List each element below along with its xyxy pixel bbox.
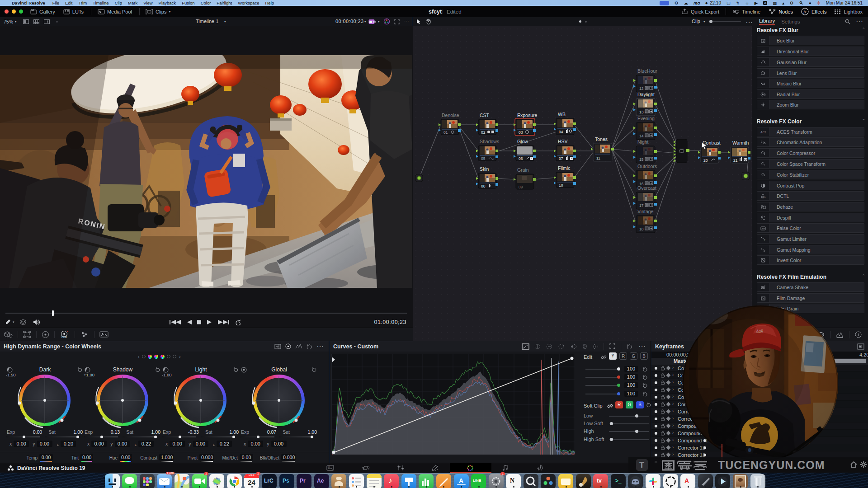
svg-text:21: 21	[733, 158, 738, 163]
svg-text:12: 12	[639, 86, 644, 91]
svg-text:Night: Night	[637, 139, 649, 145]
svg-text:04: 04	[559, 130, 563, 134]
svg-text:5K: 5K	[328, 466, 330, 468]
svg-text:20: 20	[703, 158, 708, 163]
svg-text:Shadows: Shadows	[480, 139, 499, 144]
svg-text:Skin: Skin	[480, 166, 489, 172]
svg-text:14: 14	[639, 134, 644, 138]
svg-text:ACES: ACES	[760, 131, 766, 134]
svg-text:FX: FX	[373, 21, 376, 23]
svg-text:18: 18	[639, 227, 644, 231]
svg-text:Grain: Grain	[517, 167, 529, 173]
svg-text:Tones: Tones	[595, 136, 608, 142]
svg-text:07: 07	[559, 156, 563, 161]
svg-text:Denoise: Denoise	[442, 113, 459, 118]
svg-text:DCTL: DCTL	[762, 196, 766, 198]
svg-text:HDR: HDR	[61, 336, 67, 338]
svg-text:13: 13	[639, 110, 644, 114]
svg-text:T: T	[764, 239, 766, 241]
svg-text:15: 15	[639, 157, 644, 162]
svg-text:Outdoors: Outdoors	[637, 164, 657, 169]
svg-text:Vintage: Vintage	[637, 209, 654, 214]
svg-text:CST: CST	[480, 113, 490, 118]
svg-text:Exposure: Exposure	[517, 113, 538, 118]
svg-text:Overcast: Overcast	[637, 185, 656, 191]
svg-text:Evening: Evening	[637, 116, 655, 121]
svg-text:Glow: Glow	[517, 139, 528, 144]
svg-text:11: 11	[596, 156, 600, 160]
svg-text:HSV: HSV	[558, 139, 568, 144]
svg-text:10: 10	[559, 183, 563, 188]
svg-text:03: 03	[519, 130, 523, 135]
svg-text:01: 01	[443, 130, 448, 135]
svg-text:06: 06	[519, 156, 523, 161]
svg-text:08: 08	[481, 184, 486, 188]
svg-text:09: 09	[519, 185, 523, 189]
svg-text:Filmic: Filmic	[558, 165, 570, 171]
svg-text:17: 17	[639, 203, 644, 208]
svg-text:WB: WB	[558, 112, 566, 117]
svg-text:05: 05	[481, 156, 486, 161]
svg-text:02: 02	[481, 130, 486, 135]
svg-text:fx: fx	[804, 10, 807, 14]
svg-text:Warmth: Warmth	[732, 140, 749, 145]
svg-text:BlueHour: BlueHour	[637, 68, 657, 74]
svg-text:Daylight: Daylight	[637, 92, 655, 97]
